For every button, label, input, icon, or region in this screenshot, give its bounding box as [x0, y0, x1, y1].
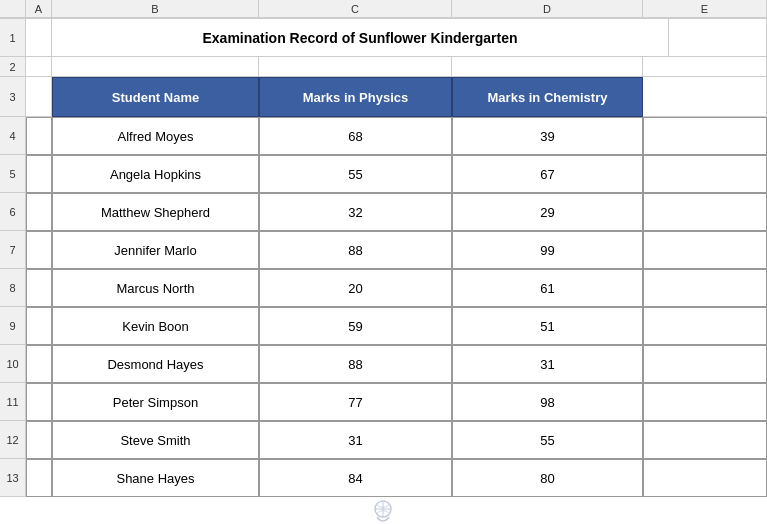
row-10: 10 Desmond Hayes 88 31: [0, 345, 767, 383]
row-1: 1 Examination Record of Sunflower Kinder…: [0, 19, 767, 57]
title-cell-merged: Examination Record of Sunflower Kinderga…: [52, 19, 669, 57]
row-num-4: 4: [0, 117, 26, 155]
cell-e11[interactable]: [643, 383, 767, 421]
cell-physics-8[interactable]: 20: [259, 269, 452, 307]
cell-chemistry-6[interactable]: 29: [452, 193, 643, 231]
row-num-10: 10: [0, 345, 26, 383]
spreadsheet: A B C D E 1 Examination Record of Sunflo…: [0, 0, 767, 524]
cell-d2[interactable]: [452, 57, 643, 77]
col-header-a[interactable]: A: [26, 0, 52, 18]
row-num-2: 2: [0, 57, 26, 77]
cell-a11[interactable]: [26, 383, 52, 421]
cell-physics-5[interactable]: 55: [259, 155, 452, 193]
exceldemy-icon: [368, 497, 398, 524]
cell-physics-11[interactable]: 77: [259, 383, 452, 421]
cell-chemistry-4[interactable]: 39: [452, 117, 643, 155]
watermark-area: exceldemy EXCEL · DATA · BI: [0, 497, 767, 524]
row-num-6: 6: [0, 193, 26, 231]
watermark-logo: exceldemy EXCEL · DATA · BI: [329, 497, 438, 524]
cell-chemistry-13[interactable]: 80: [452, 459, 643, 497]
cell-e4[interactable]: [643, 117, 767, 155]
cell-physics-7[interactable]: 88: [259, 231, 452, 269]
row-num-11: 11: [0, 383, 26, 421]
col-header-c[interactable]: C: [259, 0, 452, 18]
cell-a5[interactable]: [26, 155, 52, 193]
cell-a3[interactable]: [26, 77, 52, 117]
row-11: 11 Peter Simpson 77 98: [0, 383, 767, 421]
row-num-9: 9: [0, 307, 26, 345]
cell-chemistry-7[interactable]: 99: [452, 231, 643, 269]
row-12: 12 Steve Smith 31 55: [0, 421, 767, 459]
cell-e6[interactable]: [643, 193, 767, 231]
cell-physics-6[interactable]: 32: [259, 193, 452, 231]
header-chemistry: Marks in Chemistry: [452, 77, 643, 117]
cell-e1[interactable]: [669, 19, 767, 57]
cell-a8[interactable]: [26, 269, 52, 307]
cell-e5[interactable]: [643, 155, 767, 193]
col-header-e[interactable]: E: [643, 0, 767, 18]
cell-e9[interactable]: [643, 307, 767, 345]
col-header-d[interactable]: D: [452, 0, 643, 18]
cell-e7[interactable]: [643, 231, 767, 269]
cell-chemistry-9[interactable]: 51: [452, 307, 643, 345]
cell-e2[interactable]: [643, 57, 767, 77]
cell-e3[interactable]: [643, 77, 767, 117]
cell-b2[interactable]: [52, 57, 259, 77]
row-2: 2: [0, 57, 767, 77]
cell-a1[interactable]: [26, 19, 52, 57]
grid-body: 1 Examination Record of Sunflower Kinder…: [0, 19, 767, 497]
cell-physics-9[interactable]: 59: [259, 307, 452, 345]
row-num-5: 5: [0, 155, 26, 193]
cell-name-10[interactable]: Desmond Hayes: [52, 345, 259, 383]
cell-e12[interactable]: [643, 421, 767, 459]
cell-physics-13[interactable]: 84: [259, 459, 452, 497]
cell-e13[interactable]: [643, 459, 767, 497]
corner-cell: [0, 0, 26, 18]
cell-a10[interactable]: [26, 345, 52, 383]
cell-name-7[interactable]: Jennifer Marlo: [52, 231, 259, 269]
cell-chemistry-11[interactable]: 98: [452, 383, 643, 421]
cell-e8[interactable]: [643, 269, 767, 307]
row-num-7: 7: [0, 231, 26, 269]
row-7: 7 Jennifer Marlo 88 99: [0, 231, 767, 269]
cell-a6[interactable]: [26, 193, 52, 231]
header-physics: Marks in Physics: [259, 77, 452, 117]
row-num-13: 13: [0, 459, 26, 497]
row-9: 9 Kevin Boon 59 51: [0, 307, 767, 345]
cell-c2[interactable]: [259, 57, 452, 77]
cell-name-13[interactable]: Shane Hayes: [52, 459, 259, 497]
row-num-1: 1: [0, 19, 26, 57]
cell-name-6[interactable]: Matthew Shepherd: [52, 193, 259, 231]
cell-chemistry-5[interactable]: 67: [452, 155, 643, 193]
cell-a2[interactable]: [26, 57, 52, 77]
cell-name-4[interactable]: Alfred Moyes: [52, 117, 259, 155]
cell-a9[interactable]: [26, 307, 52, 345]
row-13: 13 Shane Hayes 84 80: [0, 459, 767, 497]
row-8: 8 Marcus North 20 61: [0, 269, 767, 307]
cell-a4[interactable]: [26, 117, 52, 155]
column-headers: A B C D E: [0, 0, 767, 19]
row-num-8: 8: [0, 269, 26, 307]
cell-name-11[interactable]: Peter Simpson: [52, 383, 259, 421]
cell-name-9[interactable]: Kevin Boon: [52, 307, 259, 345]
cell-physics-4[interactable]: 68: [259, 117, 452, 155]
cell-chemistry-10[interactable]: 31: [452, 345, 643, 383]
header-student-name: Student Name: [52, 77, 259, 117]
cell-e10[interactable]: [643, 345, 767, 383]
cell-a12[interactable]: [26, 421, 52, 459]
cell-name-8[interactable]: Marcus North: [52, 269, 259, 307]
cell-chemistry-8[interactable]: 61: [452, 269, 643, 307]
cell-name-12[interactable]: Steve Smith: [52, 421, 259, 459]
row-6: 6 Matthew Shepherd 32 29: [0, 193, 767, 231]
cell-physics-12[interactable]: 31: [259, 421, 452, 459]
col-header-b[interactable]: B: [52, 0, 259, 18]
cell-a13[interactable]: [26, 459, 52, 497]
row-3: 3 Student Name Marks in Physics Marks in…: [0, 77, 767, 117]
cell-name-5[interactable]: Angela Hopkins: [52, 155, 259, 193]
cell-a7[interactable]: [26, 231, 52, 269]
cell-chemistry-12[interactable]: 55: [452, 421, 643, 459]
row-5: 5 Angela Hopkins 55 67: [0, 155, 767, 193]
row-num-12: 12: [0, 421, 26, 459]
row-num-3: 3: [0, 77, 26, 117]
cell-physics-10[interactable]: 88: [259, 345, 452, 383]
